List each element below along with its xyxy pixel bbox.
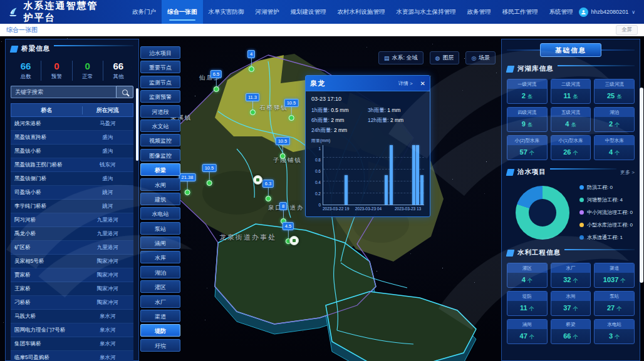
window-scrollbar[interactable] (640, 88, 643, 283)
nav-item-水资源与水土保持管理[interactable]: 水资源与水土保持管理 (391, 0, 462, 24)
nav-item-政务门户[interactable]: 政务门户 (127, 0, 162, 24)
stat-card-桥梁[interactable]: 桥梁66 个 (551, 319, 591, 344)
layer-item-湖泊[interactable]: 湖泊 (140, 266, 180, 278)
table-row[interactable]: 黑盈镇路王拐门桥桥钱东河 (11, 158, 133, 172)
legend-dot-icon (579, 198, 584, 202)
stat-card-灌区[interactable]: 灌区4 个 (507, 263, 548, 288)
nav-item-移民工作管理[interactable]: 移民工作管理 (497, 0, 544, 24)
table-row[interactable]: 黑盈镇侧门桥盛沟 (11, 172, 133, 186)
map-control-场景[interactable]: ◎场景 (465, 51, 496, 64)
layer-item-视频监控[interactable]: 视频监控 (140, 134, 180, 146)
table-row[interactable]: 姚河朱港桥马盈河 (11, 117, 133, 131)
stat-card-四级河流[interactable]: 四级河流9 条 (507, 107, 548, 132)
table-row[interactable]: 黑盈镇小桥盛沟 (11, 145, 133, 158)
stat-card-五级河流[interactable]: 五级河流4 条 (551, 107, 591, 132)
nav-item-水旱灾害防御[interactable]: 水旱灾害防御 (203, 0, 250, 24)
table-scrollbar[interactable] (136, 88, 138, 161)
stat-card-小(2)型水库[interactable]: 小(2)型水库57 个 (507, 135, 548, 160)
projects-more-link[interactable]: 更多 > (620, 169, 635, 176)
water-level-marker[interactable]: 10.5 (284, 99, 299, 121)
layer-item-治水项目[interactable]: 治水项目 (140, 46, 180, 59)
water-level-marker[interactable]: 11.3 (246, 93, 259, 115)
layer-item-水闸[interactable]: 水闸 (140, 178, 180, 191)
layer-item-图像监控[interactable]: 图像监控 (140, 149, 180, 161)
layer-item-堤防[interactable]: 堤防 (140, 324, 180, 337)
fullscreen-button[interactable]: 全屏 (616, 25, 638, 35)
water-level-marker[interactable]: 10.5 (276, 137, 290, 159)
table-row[interactable]: 司盈场小桥姚河 (11, 186, 133, 200)
stat-card-小(1)型水库[interactable]: 小(1)型水库26 个 (551, 135, 591, 160)
layer-item-灌区[interactable]: 灌区 (140, 280, 180, 293)
water-level-marker[interactable]: 8 (279, 202, 287, 224)
basic-info-button[interactable]: 基础信息 (540, 43, 601, 57)
water-level-marker[interactable]: 21.38 (179, 173, 196, 195)
layer-item-河道段[interactable]: 河道段 (140, 105, 180, 118)
nav-item-规划建设管理[interactable]: 规划建设管理 (285, 0, 332, 24)
camera-station-icon[interactable] (253, 175, 262, 185)
metric-label: 3h雨量: (368, 107, 387, 113)
stat-card-泵站[interactable]: 泵站27 个 (594, 291, 635, 316)
layer-item-重要节点[interactable]: 重要节点 (140, 61, 180, 73)
layer-item-水文站[interactable]: 水文站 (140, 119, 180, 132)
table-row[interactable]: 吴家相5号桥陶家冲河 (11, 255, 133, 268)
nav-item-河湖管护[interactable]: 河湖管护 (250, 0, 285, 24)
table-row[interactable]: 国网电力理金门7号桥泉水河 (11, 323, 133, 337)
marker-stem (216, 78, 217, 86)
table-row[interactable]: 李学纯门桥桥姚河 (11, 200, 133, 213)
nav-item-系统管理[interactable]: 系统管理 (544, 0, 579, 24)
table-row[interactable]: 王家桥陶家冲河 (11, 282, 133, 296)
layer-item-水电站[interactable]: 水电站 (140, 207, 180, 220)
bridge-table-header: 桥名所在河流 (11, 103, 133, 117)
camera-station-icon[interactable] (289, 236, 299, 245)
search-button[interactable] (116, 86, 133, 98)
table-row[interactable]: 马践大桥泉水河 (11, 310, 133, 323)
water-level-marker[interactable]: 6.3 (262, 180, 274, 201)
table-row[interactable]: 刁桥桥陶家冲河 (11, 296, 133, 310)
camera-lens-icon (256, 178, 259, 181)
layer-item-建筑[interactable]: 建筑 (140, 193, 180, 205)
layer-item-桥梁[interactable]: 桥梁 (140, 163, 180, 176)
stat-card-水厂[interactable]: 水厂32 个 (551, 263, 591, 288)
water-level-marker[interactable]: 6.5 (210, 70, 222, 92)
marker-pin-icon (214, 86, 219, 92)
layer-item-监测预警[interactable]: 监测预警 (140, 90, 180, 103)
y-tick: 0.6 (315, 170, 321, 173)
water-level-marker[interactable]: 10.5 (202, 164, 217, 186)
table-row[interactable]: 矿区桥九里港河 (11, 241, 133, 255)
nav-item-综合一张图[interactable]: 综合一张图 (162, 0, 203, 24)
table-row[interactable]: 贾家桥陶家冲河 (11, 268, 133, 282)
search-input[interactable] (11, 86, 116, 98)
stat-card-水闸[interactable]: 水闸37 个 (551, 291, 591, 316)
stat-card-二级河流[interactable]: 二级河流11 条 (551, 79, 591, 104)
marker-stem (187, 181, 188, 190)
map-control-水系: 全域[interactable]: ▤水系: 全域 (378, 51, 423, 64)
layer-item-圩垸[interactable]: 圩垸 (140, 339, 180, 352)
layer-item-水厂[interactable]: 水厂 (140, 295, 180, 308)
layer-item-监测节点[interactable]: 监测节点 (140, 76, 180, 88)
layer-item-渠道[interactable]: 渠道 (140, 310, 180, 322)
stat-card-水电站[interactable]: 水电站3 个 (594, 319, 635, 344)
stat-card-三级河流[interactable]: 三级河流25 条 (594, 79, 635, 104)
stat-card-中型水库[interactable]: 中型水库4 个 (594, 135, 635, 160)
popup-detail-link[interactable]: 详情 > (398, 80, 413, 87)
layer-item-水库[interactable]: 水库 (140, 251, 180, 263)
layer-item-涵闸[interactable]: 涵闸 (140, 236, 180, 249)
stat-card-涵闸[interactable]: 涵闸47 个 (507, 319, 548, 344)
table-row[interactable]: 集团车辆桥泉水河 (11, 337, 133, 351)
table-row[interactable]: 阿习河桥九里港河 (11, 213, 133, 227)
stat-card-一级河流[interactable]: 一级河流2 条 (507, 79, 548, 104)
table-row[interactable]: 黑盈镇直跨桥盛沟 (11, 131, 133, 145)
table-row[interactable]: 临摩5司盈购桥泉水河 (11, 351, 133, 361)
stat-card-渠道[interactable]: 渠道1037 个 (594, 263, 635, 288)
user-menu[interactable]: hhzb42080201 ∨ (579, 8, 644, 17)
map-control-图层[interactable]: ◍图层 (430, 51, 460, 64)
layer-item-泵站[interactable]: 泵站 (140, 222, 180, 235)
table-row[interactable]: 禹龙小桥九里港河 (11, 227, 133, 241)
stat-card-湖泊[interactable]: 湖泊2 个 (594, 107, 635, 132)
close-icon[interactable]: ✕ (420, 80, 425, 87)
nav-item-政务管理[interactable]: 政务管理 (462, 0, 497, 24)
breadcrumb[interactable]: 综合一张图 (6, 26, 38, 34)
stat-card-堤防[interactable]: 堤防11 个 (507, 291, 548, 316)
nav-item-农村水利设施管理[interactable]: 农村水利设施管理 (332, 0, 391, 24)
water-level-marker[interactable]: 4 (247, 50, 255, 72)
